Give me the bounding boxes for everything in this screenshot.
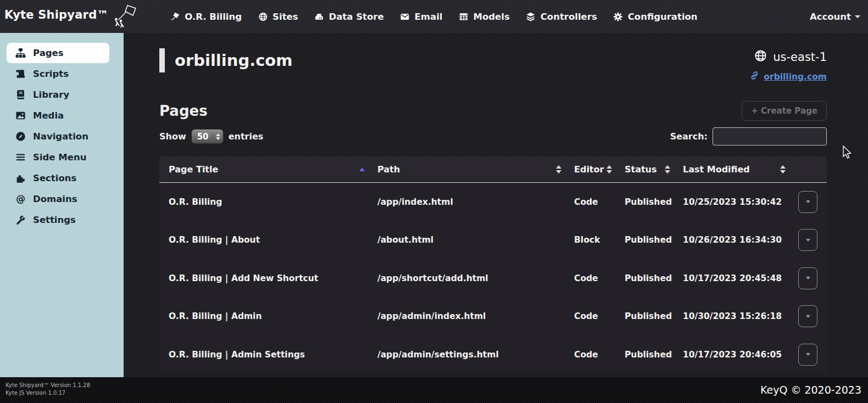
link-icon [750, 71, 759, 82]
kite-flying-logo-icon [111, 5, 137, 30]
region-row: us-east-1 [754, 49, 827, 65]
cell-path: /app/admin/index.html [369, 311, 566, 321]
sort-icon [556, 165, 561, 173]
spinner-arrows-icon [216, 133, 220, 140]
nav-item-models[interactable]: Models [459, 12, 509, 22]
layers-icon [526, 12, 536, 21]
cell-path: /app/shortcut/add.html [369, 273, 566, 283]
column-label: Last Modified [683, 164, 750, 175]
envelope-icon [400, 12, 410, 21]
create-page-button[interactable]: + Create Page [742, 101, 827, 121]
column-header-status[interactable]: Status [616, 156, 675, 182]
column-header-actions [790, 156, 827, 182]
top-navbar: Kyte Shipyard™ O.R. Billing [0, 0, 868, 33]
row-actions-dropdown-button[interactable] [798, 305, 817, 327]
cell-editor: Code [566, 273, 616, 283]
primary-nav: O.R. Billing Sites [170, 12, 697, 22]
nav-item-email[interactable]: Email [400, 12, 443, 22]
pages-table: Page Title Path Editor Status Last Modif… [159, 156, 827, 374]
row-actions-dropdown-button[interactable] [798, 344, 817, 366]
cell-path: /app/index.html [369, 197, 566, 207]
kytejs-version: Kyte JS Version 1.0.17 [5, 389, 90, 397]
sidebar-item-domains[interactable]: @ Domains [7, 189, 109, 209]
nav-item-data-store[interactable]: Data Store [315, 12, 384, 22]
sidebar-item-side-menu[interactable]: Side Menu [7, 147, 109, 167]
cell-page-title: O.R. Billing | Add New Shortcut [159, 273, 369, 283]
cell-editor: Code [566, 311, 616, 321]
row-actions-dropdown-button[interactable] [798, 191, 817, 213]
account-menu[interactable]: Account [810, 12, 860, 22]
nav-label: Email [415, 12, 443, 22]
sidebar-item-navigation[interactable]: Navigation [7, 126, 109, 147]
sidebar-item-scripts[interactable]: Scripts [7, 64, 109, 84]
column-label: Status [625, 164, 657, 175]
sidebar: Pages Scripts Library [0, 33, 124, 377]
row-actions-dropdown-button[interactable] [798, 267, 817, 289]
region-box: us-east-1 orbilling.com [750, 49, 827, 82]
sidebar-item-label: Side Menu [33, 152, 86, 163]
harddrive-icon [315, 12, 324, 21]
shipyard-version: Kyte Shipyard™ Version 1.1.28 [5, 382, 90, 389]
search-input[interactable] [713, 127, 827, 145]
search-label: Search: [670, 131, 708, 142]
nav-item-sites[interactable]: Sites [258, 12, 298, 22]
column-header-last-modified[interactable]: Last Modified [675, 156, 790, 182]
nav-label: Sites [272, 12, 298, 22]
cell-status: Published [616, 197, 675, 207]
accent-bar [159, 48, 165, 72]
table-row: O.R. Billing | Add New Shortcut /app/sho… [159, 259, 827, 298]
site-link[interactable]: orbilling.com [764, 72, 827, 82]
nav-label: Controllers [541, 12, 597, 22]
page-size-value: 50 [197, 132, 216, 142]
sidebar-item-settings[interactable]: Settings [7, 210, 109, 230]
cell-editor: Code [566, 197, 616, 207]
table-row: O.R. Billing /app/index.html Code Publis… [159, 183, 827, 221]
footer: Kyte Shipyard™ Version 1.1.28 Kyte JS Ve… [0, 377, 868, 403]
sidebar-item-label: Navigation [33, 131, 88, 142]
cell-last-modified: 10/30/2023 15:26:18 [675, 311, 790, 321]
sidebar-item-sections[interactable]: Sections [7, 168, 109, 188]
column-label: Editor [574, 164, 604, 175]
chevron-down-icon [855, 15, 860, 18]
sidebar-item-label: Scripts [33, 69, 69, 79]
cell-page-title: O.R. Billing [159, 197, 369, 207]
column-header-path[interactable]: Path [369, 156, 566, 182]
at-icon: @ [15, 194, 26, 204]
cell-editor: Code [566, 350, 616, 360]
cell-status: Published [616, 273, 675, 283]
column-header-page-title[interactable]: Page Title [159, 156, 369, 182]
sidebar-item-library[interactable]: Library [7, 85, 109, 105]
column-header-editor[interactable]: Editor [566, 156, 616, 182]
nav-label: O.R. Billing [185, 12, 242, 22]
show-label: Show [159, 131, 186, 142]
footer-version-info: Kyte Shipyard™ Version 1.1.28 Kyte JS Ve… [5, 382, 90, 397]
sidebar-item-label: Library [33, 89, 69, 100]
table-row: O.R. Billing | About /about.html Block P… [159, 221, 827, 260]
row-actions-dropdown-button[interactable] [798, 229, 817, 251]
chevron-down-icon [806, 315, 810, 318]
compass-icon [15, 131, 26, 142]
sidebar-item-media[interactable]: Media [7, 105, 109, 126]
brand-title: Kyte Shipyard™ [4, 3, 109, 21]
site-header: orbilling.com [159, 48, 827, 72]
cell-page-title: O.R. Billing | Admin [159, 311, 369, 321]
brand-logo[interactable]: Kyte Shipyard™ [0, 3, 137, 30]
table-controls: Show 50 entries Search: [159, 127, 827, 145]
nav-label: Models [473, 12, 509, 22]
cell-page-title: O.R. Billing | About [159, 235, 369, 245]
cell-status: Published [616, 350, 675, 360]
sidebar-item-label: Pages [33, 48, 64, 58]
page-size-select[interactable]: 50 [191, 129, 224, 144]
kite-icon [170, 12, 180, 21]
sort-ascending-icon [359, 167, 365, 171]
nav-item-or-billing[interactable]: O.R. Billing [170, 12, 242, 22]
page-title: Pages [159, 103, 208, 119]
sidebar-item-pages[interactable]: Pages [7, 43, 109, 63]
cell-status: Published [616, 311, 675, 321]
cell-last-modified: 10/17/2023 20:46:05 [675, 350, 790, 360]
table-row: O.R. Billing | Admin /app/admin/index.ht… [159, 298, 827, 336]
svg-text:@: @ [16, 194, 25, 204]
nav-item-controllers[interactable]: Controllers [526, 12, 597, 22]
puzzle-icon [15, 173, 26, 183]
nav-item-configuration[interactable]: Configuration [614, 12, 698, 22]
